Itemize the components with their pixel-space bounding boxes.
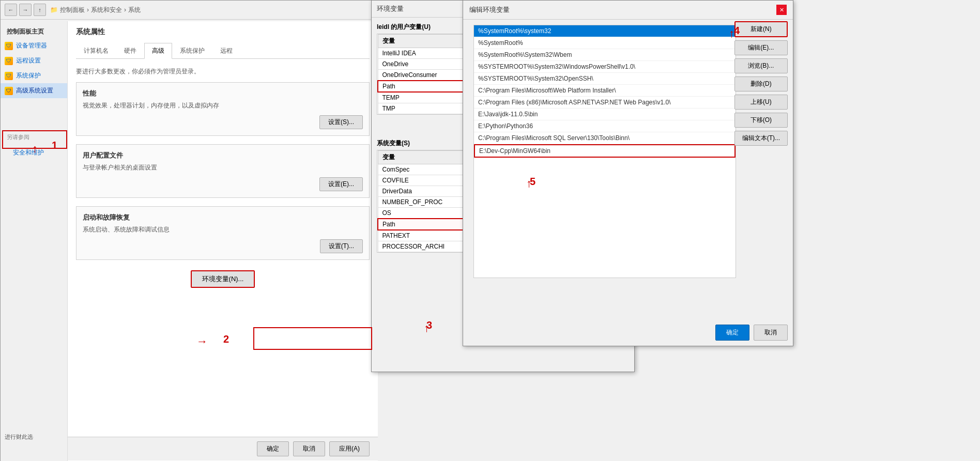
- sidebar-label-4: 高级系统设置: [16, 86, 53, 95]
- edit-env-titlebar: 编辑环境变量 ✕: [463, 1, 793, 20]
- performance-title: 性能: [83, 89, 363, 98]
- performance-desc: 视觉效果，处理器计划，内存使用，以及虚拟内存: [83, 101, 363, 110]
- edit-browse-btn[interactable]: 浏览(B)...: [734, 58, 788, 73]
- sidebar-label-3: 系统保护: [16, 71, 41, 80]
- more-info: 进行财此选: [5, 433, 33, 441]
- edit-env-title: 编辑环境变量: [469, 5, 510, 14]
- edit-env-close[interactable]: ✕: [776, 5, 787, 15]
- env-dialog-title: 环境变量: [377, 4, 404, 13]
- path-item-10[interactable]: E:\Dev-Cpp\MinGW64\bin: [474, 144, 736, 158]
- system-apply-btn[interactable]: 应用(A): [329, 441, 370, 456]
- performance-settings-btn[interactable]: 设置(S)...: [319, 115, 363, 129]
- sidebar-item-system-protection[interactable]: 🛡 系统保护: [1, 68, 67, 83]
- sidebar-label-2: 远程设置: [16, 56, 41, 65]
- user-profile-settings-btn[interactable]: 设置(E)...: [319, 177, 363, 191]
- path-item-9[interactable]: C:\Program Files\Microsoft SQL Server\13…: [474, 132, 736, 144]
- tab-bar: 计算机名 硬件 高级 系统保护 远程: [76, 43, 370, 59]
- path-item-3[interactable]: %SYSTEMROOT%\System32\WindowsPowerShell\…: [474, 61, 736, 73]
- shield-icon-2: 🛡: [5, 57, 13, 65]
- user-profile-desc: 与登录帐户相关的桌面设置: [83, 163, 363, 172]
- edit-ok-btn[interactable]: 确定: [715, 325, 749, 341]
- user-profile-section: 用户配置文件 与登录帐户相关的桌面设置 设置(E)...: [76, 144, 370, 198]
- startup-title: 启动和故障恢复: [83, 213, 363, 222]
- see-also-title: 另请参阅: [7, 133, 61, 141]
- edit-moveup-btn[interactable]: 上移(U): [734, 95, 788, 110]
- sidebar-label-1: 设备管理器: [16, 41, 47, 50]
- breadcrumb-safety[interactable]: 系统和安全: [91, 6, 122, 14]
- tab-advanced[interactable]: 高级: [144, 43, 172, 59]
- startup-desc: 系统启动、系统故障和调试信息: [83, 225, 363, 234]
- sidebar-item-advanced[interactable]: 🛡 高级系统设置: [1, 83, 67, 98]
- path-list: %SystemRoot%\system32 %SystemRoot% %Syst…: [473, 25, 736, 278]
- path-item-4[interactable]: %SYSTEMROOT%\System32\OpenSSH\: [474, 73, 736, 85]
- system-titlebar: ← → ↑ 📁 控制面板 › 系统和安全 › 系统: [1, 1, 377, 20]
- user-profile-title: 用户配置文件: [83, 151, 363, 160]
- forward-button[interactable]: →: [19, 4, 32, 16]
- sidebar-security[interactable]: 安全和维护: [7, 144, 61, 161]
- edit-cancel-btn[interactable]: 取消: [754, 325, 788, 341]
- tab-system-protection[interactable]: 系统保护: [172, 43, 212, 58]
- back-button[interactable]: ←: [5, 4, 17, 16]
- path-item-2[interactable]: %SystemRoot%\System32\Wbem: [474, 49, 736, 61]
- system-properties-bottom: 确定 取消 应用(A): [68, 437, 378, 460]
- startup-section: 启动和故障恢复 系统启动、系统故障和调试信息 设置(T)...: [76, 206, 370, 260]
- startup-settings-btn[interactable]: 设置(T)...: [320, 239, 363, 253]
- edit-right-buttons: 新建(N) 编辑(E)... 浏览(B)... 删除(D) 上移(U) 下移(O…: [734, 21, 788, 146]
- edit-new-btn[interactable]: 新建(N): [734, 21, 788, 37]
- sidebar-main-title: 控制面板主页: [1, 25, 67, 38]
- main-content: 系统属性 计算机名 硬件 高级 系统保护 远程 要进行大多数更改，你必须作为管理…: [68, 21, 378, 461]
- edit-edit-btn[interactable]: 编辑(E)...: [734, 40, 788, 55]
- edit-env-dialog: 编辑环境变量 ✕ %SystemRoot%\system32 %SystemRo…: [463, 0, 793, 346]
- breadcrumb-system[interactable]: 系统: [128, 6, 141, 14]
- edit-movedown-btn[interactable]: 下移(O): [734, 113, 788, 128]
- system-cancel-btn[interactable]: 取消: [293, 441, 325, 456]
- nav-buttons: ← → ↑: [5, 4, 46, 16]
- page-title: 系统属性: [76, 27, 370, 37]
- shield-icon-1: 🛡: [5, 42, 13, 50]
- system-ok-btn[interactable]: 确定: [257, 441, 289, 456]
- path-item-7[interactable]: E:\Java\jdk-11.0.5\bin: [474, 109, 736, 120]
- tab-remote[interactable]: 远程: [212, 43, 240, 58]
- shield-icon-4: 🛡: [5, 87, 13, 95]
- shield-icon-3: 🛡: [5, 72, 13, 80]
- system-window: ← → ↑ 📁 控制面板 › 系统和安全 › 系统 控制面板主页 🛡 设备管理器…: [0, 0, 377, 461]
- path-item-1[interactable]: %SystemRoot%: [474, 37, 736, 49]
- breadcrumb: 📁 控制面板 › 系统和安全 › 系统: [50, 6, 141, 14]
- env-variables-button[interactable]: 环境变量(N)...: [191, 270, 255, 288]
- edit-delete-btn[interactable]: 删除(D): [734, 76, 788, 91]
- path-item-5[interactable]: C:\Program Files\Microsoft\Web Platform …: [474, 85, 736, 97]
- edit-edittext-btn[interactable]: 编辑文本(T)...: [734, 131, 788, 146]
- sidebar-item-device-manager[interactable]: 🛡 设备管理器: [1, 38, 67, 53]
- up-button[interactable]: ↑: [34, 4, 46, 16]
- left-sidebar: 控制面板主页 🛡 设备管理器 🛡 远程设置 🛡 系统保护 🛡 高级系统设置 另请…: [1, 21, 68, 461]
- sidebar-item-remote[interactable]: 🛡 远程设置: [1, 53, 67, 68]
- admin-note: 要进行大多数更改，你必须作为管理员登录。: [76, 67, 370, 76]
- breadcrumb-cp[interactable]: 控制面板: [60, 6, 85, 14]
- tab-computer-name[interactable]: 计算机名: [76, 43, 116, 58]
- path-item-0[interactable]: %SystemRoot%\system32: [474, 25, 736, 37]
- edit-bottom-buttons: 确定 取消: [715, 325, 788, 341]
- tab-hardware[interactable]: 硬件: [116, 43, 144, 58]
- path-item-8[interactable]: E:\Python\Python36: [474, 120, 736, 132]
- breadcrumb-folder-icon: 📁: [50, 6, 58, 13]
- path-item-6[interactable]: C:\Program Files (x86)\Microsoft ASP.NET…: [474, 97, 736, 109]
- performance-section: 性能 视觉效果，处理器计划，内存使用，以及虚拟内存 设置(S)...: [76, 82, 370, 136]
